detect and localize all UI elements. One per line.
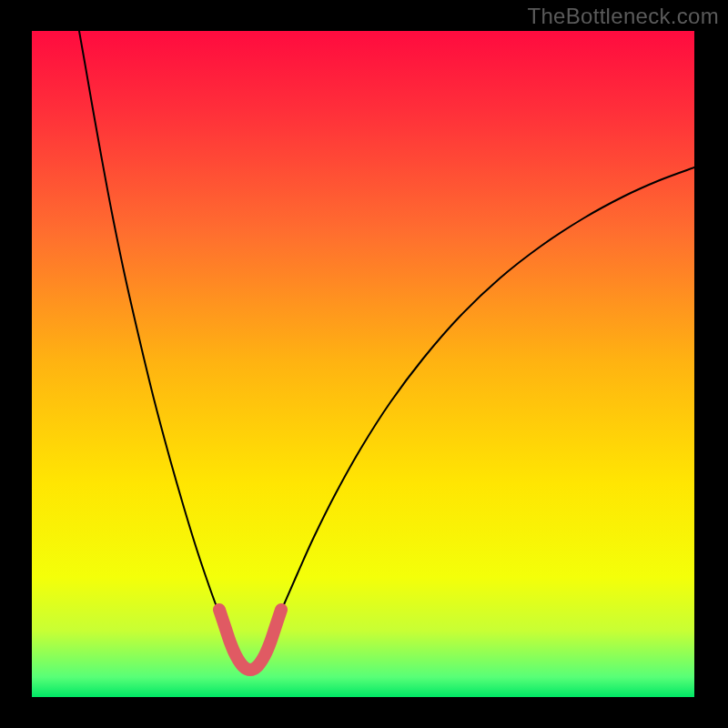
chart-svg <box>0 0 728 728</box>
chart-frame: TheBottleneck.com <box>0 0 728 728</box>
watermark-text: TheBottleneck.com <box>527 4 719 29</box>
plot-background <box>32 31 694 697</box>
